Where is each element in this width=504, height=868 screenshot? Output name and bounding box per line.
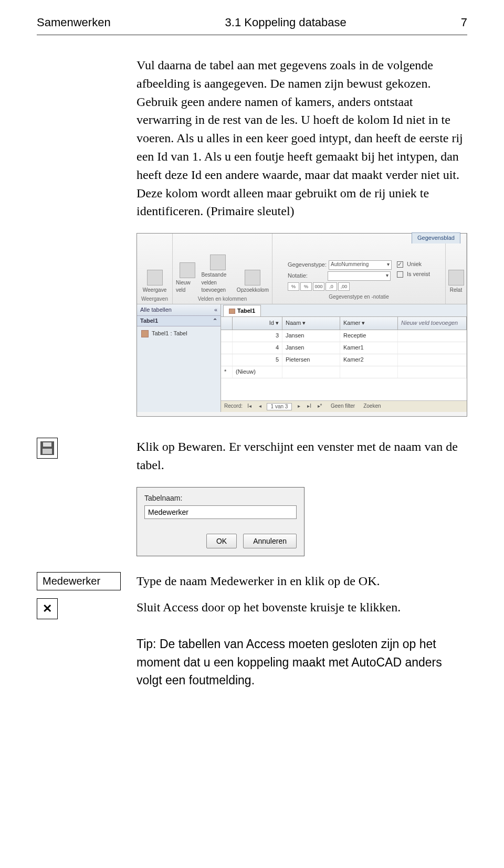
margin-input-label: Medewerker: [37, 572, 121, 590]
col-new-field[interactable]: Nieuw veld toevoegen: [398, 317, 467, 330]
ribbon-tab[interactable]: Gegevensblad: [412, 232, 460, 244]
chevron-down-icon: ▾: [386, 272, 388, 280]
group-label-datatype: Gegevenstype en -notatie: [329, 293, 389, 301]
floppy-icon: [40, 441, 54, 455]
chevron-down-icon: ▾: [362, 320, 365, 326]
col-naam[interactable]: Naam ▾: [282, 317, 340, 330]
checkbox-icon: [397, 271, 403, 278]
table-row[interactable]: 4JansenKamer1: [221, 342, 467, 354]
cancel-button[interactable]: Annuleren: [243, 534, 297, 548]
lookup-column-icon: [245, 270, 260, 285]
checkbox-icon: [397, 261, 403, 268]
first-record-button[interactable]: I◂: [246, 403, 253, 410]
table-row-new[interactable]: *(Nieuw): [221, 366, 467, 378]
paragraph-4: Sluit Access door op het bovenste kruisj…: [136, 598, 467, 617]
header-page: 7: [461, 16, 467, 29]
new-field-button[interactable]: Nieuw veld: [176, 262, 199, 294]
record-navigator: Record: I◂ ◂ 1 van 3 ▸ ▸I ▸* Geen filter…: [221, 400, 467, 412]
filter-indicator: Geen filter: [331, 403, 355, 410]
tip-paragraph: Tip: De tabellen van Access moeten geslo…: [136, 635, 467, 690]
lookup-column-button[interactable]: Opzoekkolom: [237, 270, 269, 294]
format-buttons[interactable]: %%000,0,00: [288, 282, 392, 291]
save-icon: [37, 438, 58, 459]
group-label-fields: Velden en kolommen: [198, 295, 247, 303]
required-checkbox[interactable]: Is vereist: [397, 270, 430, 279]
last-record-button[interactable]: ▸I: [306, 403, 313, 410]
tablename-label: Tabelnaam:: [144, 493, 297, 503]
close-icon: ✕: [37, 598, 58, 619]
next-record-button[interactable]: ▸: [295, 403, 302, 410]
access-screenshot: Gegevensblad Weergave Weergaven Nieuw ve…: [136, 233, 467, 417]
table-icon: [141, 330, 149, 337]
page-header: Samenwerken 3.1 Koppeling database 7: [37, 16, 467, 29]
record-label: Record:: [224, 403, 243, 410]
unique-checkbox[interactable]: Uniek: [397, 260, 430, 269]
paragraph-3: Type de naam Medewerker in en klik op de…: [136, 572, 467, 590]
col-id[interactable]: Id ▾: [233, 317, 282, 330]
view-icon: [147, 270, 163, 285]
table-row[interactable]: 5PietersenKamer2: [221, 354, 467, 366]
datatype-label: Gegevenstype:: [288, 261, 327, 269]
new-field-icon: [180, 262, 195, 278]
ok-button[interactable]: OK: [206, 534, 237, 548]
header-left: Samenwerken: [37, 16, 111, 29]
paragraph-2: Klik op Bewaren. Er verschijnt een venst…: [136, 438, 467, 474]
group-label-weergaven: Weergaven: [141, 295, 168, 303]
format-label: Notatie:: [288, 272, 326, 280]
existing-fields-icon: [210, 255, 226, 270]
col-kamer[interactable]: Kamer ▾: [340, 317, 398, 330]
grid-header: Id ▾ Naam ▾ Kamer ▾ Nieuw veld toevoegen: [221, 317, 467, 330]
datasheet-tab-bar: Tabel1: [221, 304, 467, 317]
tablename-input[interactable]: [144, 505, 297, 519]
relations-button[interactable]: Relat: [448, 270, 464, 294]
ribbon: Gegevensblad Weergave Weergaven Nieuw ve…: [137, 234, 467, 304]
relations-icon: [448, 270, 464, 285]
format-dropdown[interactable]: ▾: [328, 271, 391, 281]
table-row[interactable]: 3JansenReceptie: [221, 330, 467, 342]
table-icon: [229, 309, 235, 314]
chevron-left-icon: «: [214, 306, 217, 314]
prev-record-button[interactable]: ◂: [256, 403, 264, 410]
chevron-down-icon: ▾: [302, 320, 306, 326]
navigation-pane: Alle tabellen« Tabel1⌃ Tabel1 : Tabel: [137, 304, 221, 412]
chevron-up-icon: ⌃: [213, 317, 217, 325]
header-center: 3.1 Koppeling database: [225, 16, 346, 29]
datasheet-grid[interactable]: Id ▾ Naam ▾ Kamer ▾ Nieuw veld toevoegen…: [221, 317, 467, 400]
existing-fields-button[interactable]: Bestaande velden toevoegen: [201, 255, 234, 294]
datatype-dropdown[interactable]: AutoNummering▾: [329, 260, 392, 270]
chevron-down-icon: ▾: [387, 261, 390, 269]
save-dialog: Tabelnaam: OK Annuleren: [136, 487, 304, 556]
chevron-down-icon: ▾: [276, 320, 279, 326]
nav-section[interactable]: Tabel1⌃: [137, 316, 220, 326]
nav-item-table1[interactable]: Tabel1 : Tabel: [137, 326, 220, 341]
header-rule: [37, 35, 467, 35]
table-tab[interactable]: Tabel1: [223, 305, 261, 316]
nav-header[interactable]: Alle tabellen«: [137, 304, 220, 316]
view-button[interactable]: Weergave: [143, 270, 166, 294]
search-box[interactable]: Zoeken: [363, 403, 381, 410]
paragraph-1: Vul daarna de tabel aan met gegevens zoa…: [136, 56, 467, 220]
new-record-button[interactable]: ▸*: [316, 403, 323, 410]
record-position[interactable]: 1 van 3: [267, 403, 292, 410]
